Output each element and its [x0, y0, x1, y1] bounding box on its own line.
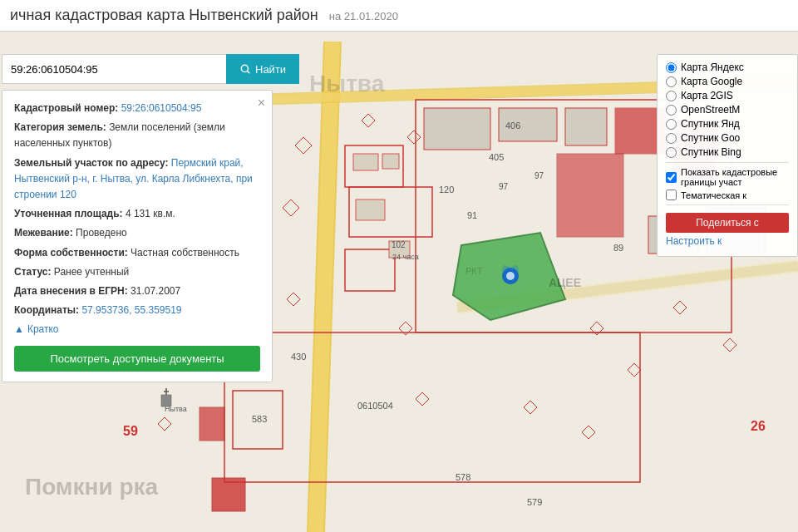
layer-yandex-radio[interactable]	[666, 62, 677, 73]
thematic-checkbox[interactable]	[666, 190, 677, 200]
ownership-row: Форма собственности: Частная собственнос…	[14, 245, 260, 261]
close-button[interactable]: ×	[258, 96, 265, 111]
layer-gsat[interactable]: Спутник Goo	[666, 132, 789, 144]
kratko-toggle[interactable]: ▲ Кратко	[14, 322, 260, 337]
svg-rect-23	[212, 478, 245, 511]
cadastral-link[interactable]: 59:26:0610504:95	[121, 102, 202, 114]
info-panel: × Кадастровый номер: 59:26:0610504:95 Ка…	[2, 90, 273, 382]
svg-rect-16	[353, 154, 378, 170]
layer-osm-label: OpenStreetM	[681, 104, 740, 116]
svg-rect-17	[382, 154, 399, 169]
svg-text:24 часа: 24 часа	[392, 253, 419, 261]
coords-label: Координаты:	[14, 304, 79, 316]
share-button[interactable]: Поделиться с	[666, 213, 789, 233]
layer-2gis-radio[interactable]	[666, 91, 677, 101]
search-bar: Найти	[0, 54, 299, 84]
address-label: Земельный участок по адресу:	[14, 157, 168, 169]
title-text: ичная кадастровая карта Нытвенский район	[10, 7, 318, 23]
header: ичная кадастровая карта Нытвенский район…	[0, 0, 798, 32]
layer-osm[interactable]: OpenStreetM	[666, 104, 789, 116]
layer-ysat[interactable]: Спутник Янд	[666, 118, 789, 130]
svg-rect-7	[557, 154, 623, 237]
settings-button[interactable]: Настроить к	[666, 233, 789, 249]
layer-bsat[interactable]: Спутник Bing	[666, 146, 789, 158]
search-input[interactable]	[2, 54, 226, 84]
svg-text:91: 91	[467, 210, 477, 220]
ownership-label: Форма собственности:	[14, 247, 128, 259]
thematic-label: Тематическая к	[681, 190, 746, 200]
svg-rect-18	[356, 200, 385, 220]
layer-gsat-label: Спутник Goo	[681, 132, 740, 144]
svg-rect-22	[200, 407, 224, 441]
map-container[interactable]: Помкни рка 406 405 120 97 97 91 89 102 2…	[0, 0, 798, 532]
svg-text:120: 120	[439, 185, 454, 195]
header-date: на 21.01.2020	[329, 10, 398, 22]
doc-button[interactable]: Посмотреть доступные документы	[14, 346, 260, 372]
layer-2gis[interactable]: Карта 2GIS	[666, 90, 789, 101]
svg-text:89: 89	[613, 243, 623, 253]
page-title: ичная кадастровая карта Нытвенский район…	[10, 7, 398, 23]
svg-text:430: 430	[291, 352, 306, 362]
svg-text:579: 579	[527, 497, 542, 507]
layer-osm-radio[interactable]	[666, 105, 677, 116]
svg-text:59: 59	[123, 424, 138, 438]
cadastral-label: Кадастровый номер:	[14, 102, 118, 114]
area-label: Уточненная площадь:	[14, 208, 123, 219]
svg-text:0610504: 0610504	[357, 401, 393, 411]
area-row: Уточненная площадь: 4 131 кв.м.	[14, 206, 260, 222]
svg-text:Нытва: Нытва	[309, 71, 385, 96]
separator	[666, 162, 789, 163]
triangle-icon: ▲	[14, 322, 24, 337]
svg-line-47	[247, 71, 249, 73]
search-button-label: Найти	[255, 63, 286, 76]
svg-text:АЦЕЕ: АЦЕЕ	[549, 276, 581, 289]
layer-cadastral[interactable]: Показать кадастровые границы участ	[666, 167, 789, 187]
cadastral-checkbox[interactable]	[666, 172, 677, 183]
layer-google-radio[interactable]	[666, 76, 677, 87]
search-icon	[239, 63, 251, 75]
cadastral-row: Кадастровый номер: 59:26:0610504:95	[14, 101, 260, 116]
svg-text:97: 97	[499, 182, 509, 191]
svg-text:578: 578	[456, 472, 470, 482]
search-button[interactable]: Найти	[226, 54, 299, 84]
layer-bsat-label: Спутник Bing	[681, 146, 741, 158]
layer-google[interactable]: Карта Google	[666, 76, 789, 87]
layer-2gis-label: Карта 2GIS	[681, 90, 733, 101]
svg-text:406: 406	[505, 121, 520, 131]
survey-value: Проведено	[76, 227, 127, 239]
svg-text:97: 97	[534, 171, 544, 180]
coords-row: Координаты: 57.953736, 55.359519	[14, 303, 260, 318]
svg-text:102: 102	[392, 240, 406, 249]
layer-yandex-label: Карта Яндекс	[681, 62, 744, 73]
egrn-date-label: Дата внесения в ЕГРН:	[14, 285, 128, 297]
layer-thematic[interactable]: Тематическая к	[666, 190, 789, 200]
status-row: Статус: Ранее учтенный	[14, 264, 260, 280]
layers-panel: Карта Яндекс Карта Google Карта 2GIS Ope…	[657, 54, 798, 257]
svg-text:26: 26	[751, 419, 766, 433]
egrn-date-value: 31.07.2007	[131, 285, 180, 297]
layer-ysat-label: Спутник Янд	[681, 118, 740, 130]
svg-rect-4	[565, 108, 607, 145]
layer-yandex[interactable]: Карта Яндекс	[666, 62, 789, 73]
layer-gsat-radio[interactable]	[666, 133, 677, 144]
svg-point-46	[241, 65, 248, 71]
area-value: 4 131 кв.м.	[126, 208, 175, 219]
coords-link[interactable]: 57.953736, 55.359519	[81, 304, 181, 316]
cadastral-label: Показать кадастровые границы участ	[681, 167, 789, 187]
svg-text:РКТ: РКТ	[466, 266, 483, 276]
layer-bsat-radio[interactable]	[666, 147, 677, 158]
separator2	[666, 204, 789, 205]
survey-row: Межевание: Проведено	[14, 225, 260, 241]
svg-rect-2	[424, 108, 490, 150]
svg-text:Помкни рка: Помкни рка	[25, 474, 159, 500]
layer-google-label: Карта Google	[681, 76, 742, 87]
survey-label: Межевание:	[14, 227, 73, 239]
category-row: Категория земель: Земли поселений (земли…	[14, 120, 260, 151]
date-row: Дата внесения в ЕГРН: 31.07.2007	[14, 283, 260, 299]
kratko-label: Кратко	[27, 322, 59, 337]
category-label: Категория земель:	[14, 121, 106, 133]
layer-ysat-radio[interactable]	[666, 119, 677, 130]
status-value: Ранее учтенный	[54, 266, 129, 278]
address-row: Земельный участок по адресу: Пермский кр…	[14, 155, 260, 204]
status-label: Статус:	[14, 266, 51, 278]
